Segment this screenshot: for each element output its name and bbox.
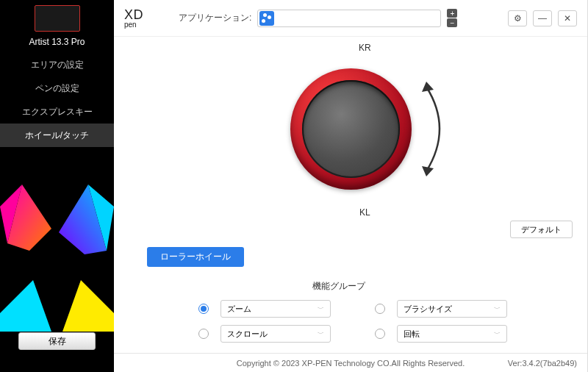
combo-scroll[interactable]: スクロール﹀ (220, 325, 331, 343)
sidebar: Artist 13.3 Pro エリアの設定 ペンの設定 エクスプレスキー ホイ… (0, 0, 114, 372)
add-app-button[interactable]: + (447, 9, 457, 18)
combo-zoom[interactable]: ズーム﹀ (220, 300, 331, 318)
chevron-down-icon: ﹀ (318, 304, 324, 314)
application-selector[interactable] (257, 10, 441, 27)
combo-brush[interactable]: ブラシサイズ﹀ (397, 300, 507, 318)
radio-scroll[interactable] (198, 329, 209, 339)
sidebar-item-wheel[interactable]: ホイール/タッチ (0, 124, 114, 147)
radio-zoom[interactable] (198, 304, 209, 314)
sidebar-decoration (0, 185, 114, 332)
combo-scroll-label: スクロール (227, 329, 268, 340)
radio-rotate[interactable] (375, 329, 385, 339)
remove-app-button[interactable]: − (447, 18, 457, 27)
radio-brush[interactable] (375, 304, 385, 314)
sidebar-nav: エリアの設定 ペンの設定 エクスプレスキー ホイール/タッチ (0, 53, 114, 147)
device-thumbnail (35, 5, 80, 32)
tab-row: ローラーホイール (114, 247, 587, 267)
sidebar-item-express[interactable]: エクスプレスキー (0, 100, 114, 124)
version-text: Ver:3.4.2(7ba2b49) (508, 359, 577, 368)
svg-marker-5 (62, 280, 114, 332)
chevron-down-icon: ﹀ (494, 304, 501, 314)
wheel-stage: KR KL (114, 37, 587, 221)
red-ring-icon (290, 68, 412, 190)
topbar: XD pen アプリケーション: + − ⚙ — ✕ (114, 0, 587, 37)
settings-button[interactable]: ⚙ (508, 10, 527, 26)
combo-rotate[interactable]: 回転﹀ (397, 325, 507, 343)
default-button[interactable]: デフォルト (510, 221, 573, 238)
svg-marker-3 (59, 185, 107, 254)
save-button[interactable]: 保存 (18, 332, 96, 350)
svg-marker-0 (0, 185, 22, 243)
combo-rotate-label: 回転 (404, 329, 420, 340)
minimize-icon: — (538, 13, 547, 24)
svg-marker-4 (0, 280, 51, 332)
svg-marker-2 (88, 185, 114, 251)
gear-icon: ⚙ (514, 13, 522, 24)
combo-zoom-label: ズーム (227, 304, 251, 315)
kr-label: KR (359, 43, 371, 53)
app-add-remove: + − (447, 9, 457, 27)
main-panel: XD pen アプリケーション: + − ⚙ — ✕ KR KL デフォルト (114, 0, 588, 372)
combo-brush-label: ブラシサイズ (404, 304, 452, 315)
close-icon: ✕ (564, 13, 571, 24)
xp-pen-logo: XD pen (124, 8, 143, 29)
device-preview (0, 0, 114, 37)
rotation-arrows-icon (419, 79, 456, 179)
close-button[interactable]: ✕ (558, 10, 577, 26)
copyright-text: Copyright © 2023 XP-PEN Technology CO.Al… (237, 359, 465, 368)
wheel-graphic (290, 68, 412, 190)
function-grid: ズーム﹀ ブラシサイズ﹀ スクロール﹀ 回転﹀ (147, 300, 558, 343)
svg-marker-1 (7, 185, 51, 251)
device-title: Artist 13.3 Pro (0, 37, 114, 53)
function-group-section: 機能グループ ズーム﹀ ブラシサイズ﹀ スクロール﹀ 回転﹀ (114, 267, 587, 343)
sidebar-item-area[interactable]: エリアの設定 (0, 53, 114, 76)
chevron-down-icon: ﹀ (494, 329, 501, 339)
application-label: アプリケーション: (179, 12, 251, 24)
function-group-title: 機能グループ (312, 280, 558, 293)
chevron-down-icon: ﹀ (318, 329, 324, 339)
logo-top: XD (124, 8, 143, 21)
svg-marker-7 (422, 166, 434, 176)
logo-bottom: pen (124, 21, 143, 29)
app-all-icon (259, 11, 274, 26)
kl-label: KL (359, 207, 370, 218)
minimize-button[interactable]: — (533, 10, 552, 26)
tab-roller-wheel[interactable]: ローラーホイール (147, 247, 244, 267)
sidebar-item-pen[interactable]: ペンの設定 (0, 76, 114, 100)
svg-marker-6 (422, 82, 434, 92)
footer: Copyright © 2023 XP-PEN Technology CO.Al… (114, 353, 587, 372)
